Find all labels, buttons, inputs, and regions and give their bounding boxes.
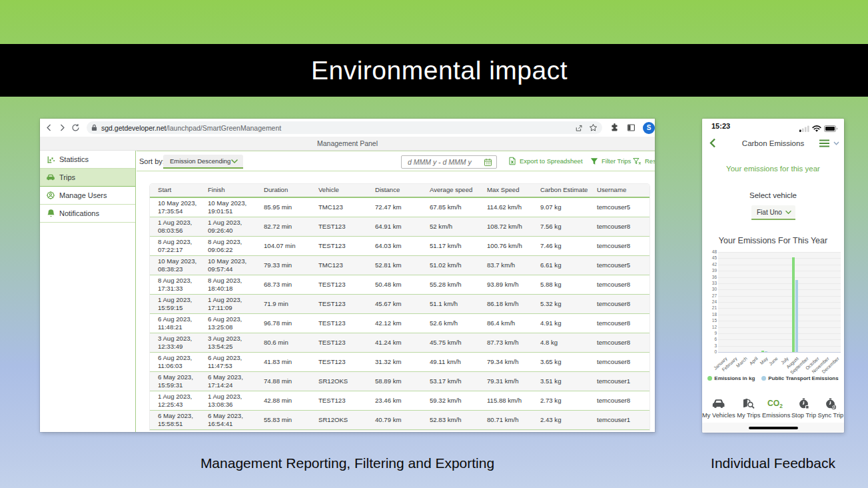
table-cell: 64.91 km	[367, 223, 422, 231]
y-tick-label: 48	[705, 250, 717, 254]
emissions-chart: 036912151821242730333639424548JanuaryFeb…	[702, 249, 844, 355]
table-cell: 6 Aug 2023, 11:47:53	[200, 354, 256, 371]
url-bar[interactable]: sgd.getdeveloper.net/launchpad/SmartGree…	[87, 121, 602, 134]
tab-label: Sync Trip	[817, 412, 843, 419]
tab-sync-trip[interactable]: Sync Trip	[817, 395, 844, 423]
table-cell: 6.61 kg	[532, 261, 589, 270]
table-cell: 104.07 min	[256, 242, 310, 251]
table-cell: 10 May 2023, 08:38:23	[150, 257, 200, 274]
column-header-username: Username	[589, 186, 650, 195]
table-cell: 80.6 min	[256, 339, 310, 347]
table-cell: 52.83 km/h	[422, 416, 479, 425]
table-row[interactable]: 8 Aug 2023, 07:22:178 Aug 2023, 09:06:22…	[150, 237, 650, 256]
table-row[interactable]: 6 May 2023, 15:58:516 May 2023, 16:54:41…	[150, 411, 650, 430]
table-cell: 79.34 km/h	[479, 358, 532, 367]
tab-my-vehicles[interactable]: My Vehicles	[702, 395, 735, 423]
table-cell: TEST123	[310, 319, 367, 328]
table-cell: 83.7 km/h	[479, 261, 532, 270]
table-cell: 6 May 2023, 15:59:31	[150, 373, 200, 390]
forward-icon[interactable]	[56, 121, 69, 135]
table-cell: TEST123	[310, 281, 367, 289]
spreadsheet-icon	[508, 157, 516, 165]
table-cell: 6 Aug 2023, 11:48:21	[150, 315, 200, 332]
slide-title: Environmental impact	[311, 56, 568, 85]
sidebar-item-statistics[interactable]: Statistics	[40, 151, 135, 169]
toolbar-action-filter-trips[interactable]: Filter Trips	[590, 151, 631, 171]
sidebar-item-trips[interactable]: Trips	[40, 169, 135, 187]
table-cell: 7.46 kg	[532, 242, 589, 251]
table-cell: 1 Aug 2023, 08:03:56	[150, 219, 200, 235]
profile-avatar[interactable]: S	[643, 122, 655, 134]
share-icon[interactable]	[575, 124, 583, 132]
table-cell: 6 Aug 2023, 13:25:08	[200, 315, 256, 332]
phone-status-bar: 15:23	[702, 119, 844, 133]
tab-stop-trip[interactable]: Stop Trip	[790, 395, 817, 423]
side-panel-icon[interactable]	[627, 123, 636, 132]
table-row[interactable]: 6 Aug 2023, 11:06:036 Aug 2023, 11:47:53…	[150, 353, 650, 372]
menu-icon[interactable]	[819, 139, 829, 147]
reload-icon[interactable]	[69, 121, 83, 135]
table-cell: 50.48 km	[367, 281, 422, 289]
y-tick-label: 39	[705, 269, 717, 273]
sidebar-item-label: Notifications	[59, 209, 99, 217]
toolbar-action-export-to-spreadsheet[interactable]: Export to Spreadsheet	[508, 151, 583, 171]
vehicle-select[interactable]: Fiat Uno	[751, 205, 795, 220]
chart-legend: Emissions in kgPublic Transport Emission…	[702, 375, 844, 381]
phone-nav-bar: Carbon Emissions	[702, 133, 844, 153]
table-cell: TEST123	[310, 223, 367, 231]
bar-chart-icon	[46, 155, 55, 165]
table-cell: 52.81 km	[367, 261, 422, 270]
app-header: Management Panel	[40, 137, 655, 151]
table-row[interactable]: 1 Aug 2023, 12:25:431 Aug 2023, 13:08:36…	[150, 391, 650, 411]
table-cell: 52.6 km/h	[422, 319, 479, 328]
column-header-finish: Finish	[200, 186, 256, 195]
tab-emissions[interactable]: CO2Emissions	[762, 395, 790, 423]
table-cell: 114.62 km/h	[479, 203, 532, 212]
table-row[interactable]: 8 Aug 2023, 17:31:338 Aug 2023, 18:40:18…	[150, 275, 650, 295]
table-cell: 5.88 kg	[532, 281, 589, 289]
table-cell: 79.31 km/h	[479, 377, 532, 386]
url-text: sgd.getdeveloper.net/launchpad/SmartGree…	[101, 124, 281, 132]
table-row[interactable]: 10 May 2023, 08:38:2310 May 2023, 09:57:…	[150, 256, 650, 275]
emissions-subtitle: Your emissions for this year	[702, 165, 844, 173]
toolbar-action-rese[interactable]: Rese	[633, 151, 655, 171]
table-row[interactable]: 1 Aug 2023, 08:03:561 Aug 2023, 09:26:40…	[150, 217, 650, 237]
table-row[interactable]: 6 May 2023, 15:59:316 May 2023, 17:14:24…	[150, 372, 650, 391]
y-tick-label: 33	[705, 281, 717, 285]
table-cell: TEST123	[310, 339, 367, 347]
table-cell: 64.03 km	[367, 242, 422, 251]
table-cell: 51.17 km/h	[422, 242, 479, 251]
tab-label: Emissions	[762, 412, 790, 419]
gridline	[718, 296, 841, 297]
table-cell: 2.43 kg	[532, 416, 589, 425]
table-cell: temcouser8	[589, 339, 650, 347]
back-icon[interactable]	[43, 121, 56, 135]
y-tick-label: 27	[705, 294, 717, 298]
tab-my-trips[interactable]: My Trips	[735, 395, 762, 423]
bar-august-public-transport	[795, 280, 798, 352]
table-row[interactable]: 1 Aug 2023, 15:59:151 Aug 2023, 17:11:09…	[150, 295, 650, 314]
table-cell: 9.07 kg	[532, 203, 589, 212]
bookmark-star-icon[interactable]	[589, 123, 598, 132]
table-cell: 86.18 km/h	[479, 300, 532, 309]
table-cell: 55.83 min	[256, 416, 310, 425]
table-cell: 6 May 2023, 17:14:24	[200, 373, 256, 390]
column-header-average-speed: Average speed	[422, 186, 479, 195]
select-vehicle-label: Select vehicle	[702, 191, 844, 199]
sidebar: StatisticsTripsManage UsersNotifications	[40, 151, 136, 432]
legend-dot	[707, 376, 712, 381]
table-cell: 4.91 kg	[532, 319, 589, 328]
table-row[interactable]: 3 Aug 2023, 12:33:493 Aug 2023, 13:54:25…	[150, 333, 650, 353]
table-row[interactable]: 6 Aug 2023, 11:48:216 Aug 2023, 13:25:08…	[150, 314, 650, 333]
sidebar-item-notifications[interactable]: Notifications	[40, 205, 135, 223]
table-cell: TEST123	[310, 300, 367, 309]
menu-chevron-down-icon[interactable]	[833, 141, 839, 145]
home-indicator[interactable]	[749, 427, 798, 429]
table-row[interactable]: 10 May 2023, 17:35:5410 May 2023, 19:01:…	[150, 198, 650, 217]
sidebar-item-label: Trips	[59, 173, 75, 181]
sidebar-item-manage-users[interactable]: Manage Users	[40, 187, 135, 205]
table-cell: 1 Aug 2023, 15:59:15	[150, 296, 200, 313]
extensions-icon[interactable]	[610, 123, 619, 132]
y-tick-label: 6	[705, 337, 717, 341]
table-cell: 80.71 km/h	[479, 416, 532, 425]
